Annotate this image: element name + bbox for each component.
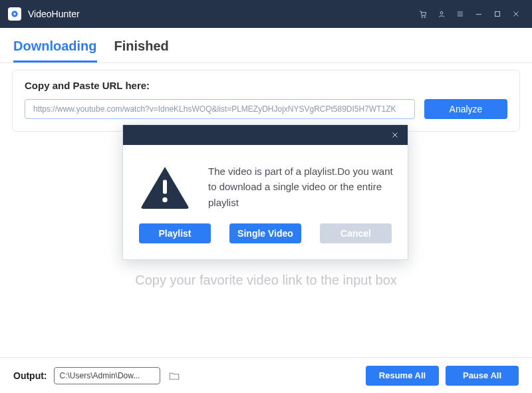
menu-icon[interactable]	[451, 0, 469, 28]
pause-all-button[interactable]: Pause All	[446, 366, 519, 386]
output-label: Output:	[13, 370, 47, 381]
single-video-button[interactable]: Single Video	[229, 223, 301, 243]
svg-point-1	[13, 13, 16, 15]
svg-point-3	[424, 17, 426, 18]
playlist-dialog: The video is part of a playlist.Do you w…	[122, 124, 408, 260]
cancel-button[interactable]: Cancel	[320, 223, 392, 243]
tab-finished[interactable]: Finished	[114, 39, 169, 63]
dialog-header	[123, 125, 408, 145]
resume-all-button[interactable]: Resume All	[366, 366, 439, 386]
account-icon[interactable]	[432, 0, 451, 28]
svg-point-7	[162, 197, 168, 203]
tab-downloading[interactable]: Downloading	[13, 39, 97, 63]
svg-rect-6	[163, 180, 167, 194]
close-icon[interactable]	[388, 128, 402, 142]
bottombar: Output: C:\Users\Admin\Dow... Resume All…	[0, 357, 532, 393]
close-window-icon[interactable]	[507, 0, 525, 28]
app-window: VideoHunter Downloading Finished Copy an…	[0, 0, 532, 393]
analyze-button[interactable]: Analyze	[424, 99, 507, 119]
warning-icon	[134, 164, 196, 210]
maximize-icon[interactable]	[488, 0, 507, 28]
titlebar: VideoHunter	[0, 0, 532, 28]
app-logo-icon	[8, 7, 21, 21]
dialog-message: The video is part of a playlist.Do you w…	[208, 164, 393, 210]
playlist-button[interactable]: Playlist	[139, 223, 211, 243]
url-input[interactable]	[25, 99, 415, 119]
cart-icon[interactable]	[414, 0, 432, 28]
empty-hint: Copy your favorite video link to the inp…	[0, 273, 532, 288]
url-panel: Copy and Paste URL here: Analyze	[12, 70, 520, 132]
browse-folder-icon[interactable]	[167, 368, 182, 383]
svg-rect-5	[495, 12, 500, 17]
app-title: VideoHunter	[28, 9, 80, 19]
svg-point-4	[440, 11, 443, 14]
tabs: Downloading Finished	[0, 28, 532, 63]
output-path-field[interactable]: C:\Users\Admin\Dow...	[54, 367, 160, 384]
url-label: Copy and Paste URL here:	[25, 80, 507, 91]
svg-point-2	[422, 17, 423, 18]
minimize-icon[interactable]	[469, 0, 488, 28]
